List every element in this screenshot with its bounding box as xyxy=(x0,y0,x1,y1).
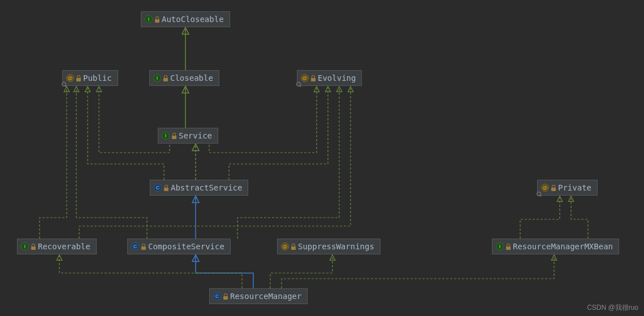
annotation-icon xyxy=(281,243,289,250)
lock-icon xyxy=(223,293,228,300)
lock-icon xyxy=(141,244,146,250)
node-label: ResourceManagerMXBean xyxy=(513,242,613,251)
lock-icon xyxy=(76,75,81,81)
interface-icon xyxy=(153,74,161,82)
annotation-icon xyxy=(301,74,309,82)
interface-icon xyxy=(145,15,153,23)
lock-icon xyxy=(505,244,511,250)
annotation-icon xyxy=(541,184,549,192)
lock-icon xyxy=(291,244,296,250)
node-label: Closeable xyxy=(170,73,213,83)
class-icon xyxy=(154,184,162,192)
lock-icon xyxy=(310,75,316,81)
interface-icon xyxy=(162,132,170,140)
node-label: AutoCloseable xyxy=(162,15,224,24)
class-icon xyxy=(131,243,139,250)
connector-layer xyxy=(0,0,644,316)
node-service[interactable]: Service xyxy=(158,128,218,144)
interface-icon xyxy=(21,243,29,250)
node-label: Service xyxy=(179,131,212,140)
interface-icon xyxy=(496,243,504,250)
watermark: CSDN @我很ruo xyxy=(587,303,638,313)
lock-icon xyxy=(154,16,160,23)
node-compositeservice[interactable]: CompositeService xyxy=(127,239,231,254)
node-private[interactable]: Private xyxy=(537,180,598,196)
node-resourcemgrmxbean[interactable]: ResourceManagerMXBean xyxy=(492,239,619,254)
node-label: AbstractService xyxy=(171,183,242,192)
lock-icon xyxy=(163,185,169,191)
node-evolving[interactable]: Evolving xyxy=(297,70,362,86)
node-public[interactable]: Public xyxy=(62,70,118,86)
node-label: Public xyxy=(83,73,112,83)
lock-icon xyxy=(171,133,177,139)
annotation-icon xyxy=(66,74,74,82)
lock-icon xyxy=(31,244,36,250)
node-label: CompositeService xyxy=(148,242,224,251)
node-label: Evolving xyxy=(318,73,356,83)
node-suppresswarnings[interactable]: SuppressWarnings xyxy=(277,239,381,254)
node-resourcemanager[interactable]: ResourceManager xyxy=(209,288,308,304)
node-label: SuppressWarnings xyxy=(298,242,374,251)
node-recoverable[interactable]: Recoverable xyxy=(17,239,97,254)
node-label: Private xyxy=(558,183,591,192)
lock-icon xyxy=(551,185,556,191)
node-label: ResourceManager xyxy=(230,292,301,301)
node-abstractservice[interactable]: AbstractService xyxy=(150,180,248,196)
node-autocloseable[interactable]: AutoCloseable xyxy=(141,11,230,27)
lock-icon xyxy=(163,75,168,81)
node-label: Recoverable xyxy=(38,242,90,251)
class-icon xyxy=(213,292,221,300)
node-closeable[interactable]: Closeable xyxy=(149,70,219,86)
